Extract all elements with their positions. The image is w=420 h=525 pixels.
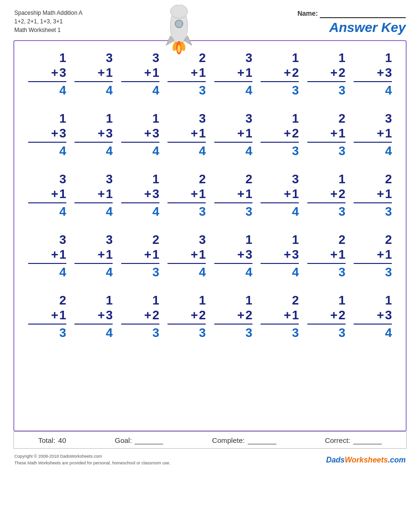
divider-line xyxy=(261,81,299,82)
brand-worksheets: Worksheets xyxy=(345,456,388,464)
brand-dads: Dads xyxy=(326,456,345,464)
top-num: 1 xyxy=(292,51,299,65)
goal-label: Goal: xyxy=(115,436,132,444)
top-num: 3 xyxy=(106,51,113,65)
problem-r2-c3: 1 +3 4 xyxy=(121,111,159,158)
answer: 3 xyxy=(199,326,206,340)
problem-r3-c1: 3 +1 4 xyxy=(28,172,66,219)
divider-line xyxy=(168,202,206,203)
divider-line xyxy=(168,324,206,325)
problem-r4-c1: 3 +1 4 xyxy=(28,232,66,280)
divider-line xyxy=(74,202,113,203)
top-num: 3 xyxy=(199,111,206,126)
worksheet-page: Spaceship Math Addition A 1+2, 2+1, 1+3,… xyxy=(0,0,420,525)
divider-line xyxy=(261,263,299,264)
worksheet-box: 1 +3 4 3 +1 4 3 +1 4 2 +1 3 3 +1 xyxy=(13,40,407,431)
divider-line xyxy=(214,263,252,264)
addend: +1 xyxy=(377,126,392,141)
addend: +2 xyxy=(191,308,206,323)
problem-row-5: 2 +1 3 1 +3 4 1 +2 3 1 +2 3 1 +2 xyxy=(24,293,396,340)
top-num: 1 xyxy=(152,111,159,126)
top-num: 1 xyxy=(385,293,392,308)
addend: +1 xyxy=(330,126,346,141)
answer: 3 xyxy=(245,326,252,340)
top-num: 1 xyxy=(338,293,345,308)
problem-r2-c2: 1 +3 4 xyxy=(74,111,113,158)
problem-r2-c8: 3 +1 4 xyxy=(354,111,392,158)
addend: +2 xyxy=(237,308,252,323)
correct-stat: Correct: xyxy=(325,436,382,444)
problem-r3-c3: 1 +3 4 xyxy=(121,172,159,219)
addend: +3 xyxy=(377,308,392,323)
problem-r4-c4: 3 +1 4 xyxy=(168,232,206,280)
complete-label: Complete: xyxy=(212,436,244,444)
top-num: 2 xyxy=(199,172,206,187)
answer: 4 xyxy=(59,204,66,219)
total-stat: Total: 40 xyxy=(38,436,66,444)
addend: +3 xyxy=(377,65,392,80)
answer: 4 xyxy=(292,204,299,219)
addend: +3 xyxy=(51,65,66,80)
problem-r3-c7: 1 +2 3 xyxy=(307,172,346,219)
divider-line xyxy=(214,81,252,82)
answer: 4 xyxy=(59,265,66,280)
title-line3: Math Worksheet 1 xyxy=(14,26,83,34)
problem-r1-c8: 1 +3 4 xyxy=(354,51,392,98)
answer: 4 xyxy=(152,83,159,98)
top-num: 2 xyxy=(338,232,345,247)
addend: +1 xyxy=(191,65,206,80)
copyright-text: Copyright © 2008-2018 DadsWorksheets.com… xyxy=(14,453,170,466)
top-num: 1 xyxy=(152,172,159,187)
divider-line xyxy=(307,263,346,264)
top-num: 3 xyxy=(245,111,252,126)
problem-r2-c5: 3 +1 4 xyxy=(214,111,252,158)
problem-r2-c1: 1 +3 4 xyxy=(28,111,66,158)
complete-stat: Complete: xyxy=(212,436,276,444)
addend: +1 xyxy=(191,126,206,141)
name-label: Name: xyxy=(297,10,318,17)
answer: 3 xyxy=(338,326,345,340)
divider-line xyxy=(307,81,346,82)
problem-r1-c6: 1 +2 3 xyxy=(261,51,299,98)
top-num: 1 xyxy=(106,293,113,308)
divider-line xyxy=(121,263,159,264)
title-line2: 1+2, 2+1, 1+3, 3+1 xyxy=(14,17,83,26)
problem-r4-c3: 2 +1 3 xyxy=(121,232,159,280)
addend: +1 xyxy=(237,187,252,201)
addend: +2 xyxy=(330,187,346,201)
answer: 4 xyxy=(199,144,206,158)
problem-row-3: 3 +1 4 3 +1 4 1 +3 4 2 +1 3 2 +1 xyxy=(24,172,396,219)
top-num: 1 xyxy=(245,232,252,247)
svg-point-2 xyxy=(175,20,183,28)
addend: +2 xyxy=(284,126,299,141)
total-value: 40 xyxy=(58,436,66,444)
divider-line xyxy=(307,202,346,203)
addend: +1 xyxy=(98,65,113,80)
addend: +1 xyxy=(191,187,206,201)
top-num: 3 xyxy=(106,232,113,247)
problem-r3-c4: 2 +1 3 xyxy=(168,172,206,219)
addend: +3 xyxy=(51,126,66,141)
header-info: Spaceship Math Addition A 1+2, 2+1, 1+3,… xyxy=(14,9,83,34)
svg-point-1 xyxy=(170,5,188,18)
divider-line xyxy=(74,263,113,264)
problem-r5-c5: 1 +2 3 xyxy=(214,293,252,340)
divider-line xyxy=(354,263,392,264)
top-num: 1 xyxy=(152,293,159,308)
name-line: Name: xyxy=(297,9,406,18)
divider-line xyxy=(261,202,299,203)
answer: 3 xyxy=(199,83,206,98)
problem-r2-c6: 1 +2 3 xyxy=(261,111,299,158)
answer: 3 xyxy=(199,204,206,219)
top-num: 3 xyxy=(59,172,66,187)
top-num: 2 xyxy=(385,232,392,247)
top-num: 1 xyxy=(292,232,299,247)
answer: 3 xyxy=(338,265,345,280)
problem-r1-c3: 3 +1 4 xyxy=(121,51,159,98)
correct-field xyxy=(353,436,382,444)
brand-domain: .com xyxy=(388,456,406,464)
copyright-bar: Copyright © 2008-2018 DadsWorksheets.com… xyxy=(0,451,420,469)
problem-r4-c2: 3 +1 4 xyxy=(74,232,113,280)
answer: 4 xyxy=(152,144,159,158)
rocket-illustration xyxy=(148,5,210,57)
